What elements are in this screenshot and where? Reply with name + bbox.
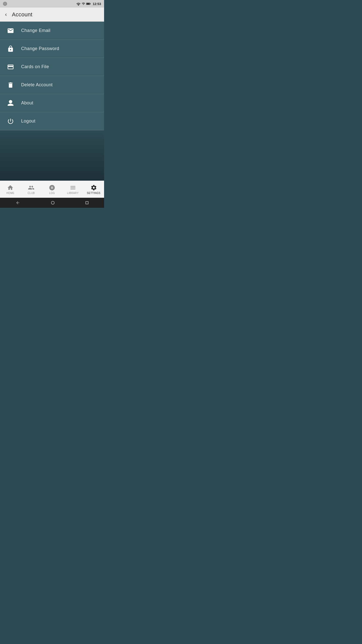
trash-icon	[6, 80, 15, 90]
library-icon	[70, 184, 76, 191]
nav-club-label: CLUB	[28, 192, 35, 194]
delete-account-label: Delete Account	[21, 82, 53, 88]
header: ‹ Account	[0, 8, 104, 22]
logout-label: Logout	[21, 118, 35, 124]
empty-area	[0, 130, 104, 181]
person-icon	[6, 99, 15, 108]
page-title: Account	[12, 11, 32, 18]
signal-icon	[82, 2, 85, 6]
nav-settings-label: SETTINGS	[87, 192, 101, 194]
android-home-circle	[51, 201, 55, 205]
nav-item-settings[interactable]: SETTINGS	[83, 181, 104, 198]
cards-on-file-label: Cards on File	[21, 64, 49, 69]
menu-item-logout[interactable]: Logout	[0, 112, 104, 130]
battery-icon	[86, 2, 91, 6]
nav-library-label: LIBRARY	[67, 192, 79, 194]
change-password-label: Change Password	[21, 46, 59, 51]
nav-item-log[interactable]: LOG	[42, 181, 63, 198]
card-icon	[6, 62, 15, 71]
log-icon	[49, 184, 55, 191]
home-icon	[7, 184, 14, 191]
status-time: 12:53	[93, 2, 101, 6]
menu-item-delete-account[interactable]: Delete Account	[0, 76, 104, 94]
about-label: About	[21, 100, 33, 106]
club-icon	[28, 184, 34, 191]
svg-rect-2	[86, 3, 89, 4]
bottom-nav: HOME CLUB LOG LIBRARY SETTINGS	[0, 181, 104, 198]
android-nav	[0, 198, 104, 208]
change-email-label: Change Email	[21, 28, 51, 33]
nav-item-library[interactable]: LIBRARY	[62, 181, 83, 198]
menu-list: Change Email Change Password Cards on Fi…	[0, 22, 104, 130]
power-icon	[6, 117, 15, 126]
nav-item-home[interactable]: HOME	[0, 181, 21, 198]
email-icon	[6, 26, 15, 35]
settings-icon	[90, 184, 97, 191]
wifi-icon	[76, 2, 81, 6]
back-button[interactable]: ‹	[4, 10, 8, 19]
android-home-button[interactable]	[51, 201, 55, 205]
status-bar: 12:53	[0, 0, 104, 8]
nav-home-label: HOME	[6, 192, 14, 194]
menu-item-change-email[interactable]: Change Email	[0, 22, 104, 40]
status-dot-icon	[3, 2, 7, 6]
lock-icon	[6, 44, 15, 53]
menu-item-about[interactable]: About	[0, 94, 104, 112]
android-recent-square	[85, 201, 88, 204]
android-recent-button[interactable]	[85, 201, 88, 204]
nav-item-club[interactable]: CLUB	[21, 181, 42, 198]
menu-item-cards-on-file[interactable]: Cards on File	[0, 58, 104, 76]
status-icons: 12:53	[76, 2, 101, 6]
menu-item-change-password[interactable]: Change Password	[0, 40, 104, 58]
svg-rect-1	[90, 3, 90, 4]
android-back-button[interactable]	[16, 200, 20, 205]
nav-log-label: LOG	[49, 192, 55, 194]
